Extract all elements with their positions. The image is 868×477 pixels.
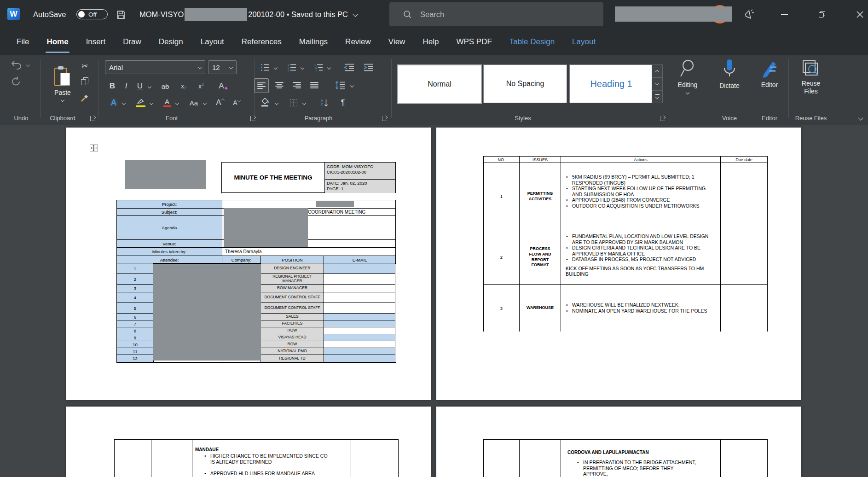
tab-design[interactable]: Design xyxy=(151,29,191,55)
copy-button[interactable] xyxy=(78,76,91,87)
tab-table-layout[interactable]: Layout xyxy=(565,29,603,55)
tab-draw[interactable]: Draw xyxy=(116,29,149,55)
restore-button[interactable] xyxy=(811,0,833,29)
justify-button[interactable] xyxy=(307,78,321,92)
styles-gallery-expand-button[interactable] xyxy=(652,90,663,103)
tab-wps-pdf[interactable]: WPS PDF xyxy=(449,29,499,55)
bullets-chevron-icon[interactable] xyxy=(274,66,278,70)
reuse-files-button[interactable]: Reuse Files xyxy=(793,59,829,93)
highlight-chevron-icon[interactable] xyxy=(150,101,153,105)
clear-formatting-button[interactable]: A ◆ xyxy=(215,79,231,93)
dictate-button[interactable]: Dictate xyxy=(713,59,746,89)
highlight-button[interactable] xyxy=(134,96,147,110)
multilevel-chevron-icon[interactable] xyxy=(327,66,331,70)
underline-button[interactable]: U xyxy=(134,79,145,93)
superscript-button[interactable]: x 2 xyxy=(194,79,208,93)
close-button[interactable] xyxy=(849,0,868,29)
numbering-chevron-icon[interactable] xyxy=(301,66,304,70)
document-canvas[interactable]: MINUTE OF THE MEETING CODE: MOM-VISYOFC-… xyxy=(0,125,868,477)
subscript-button[interactable]: x 2 xyxy=(177,79,191,93)
styles-scroll-up-button[interactable] xyxy=(652,64,663,77)
font-size-combobox[interactable]: 12 xyxy=(208,60,237,74)
increase-indent-button[interactable] xyxy=(362,60,376,74)
style-card-heading1[interactable]: Heading 1 xyxy=(569,64,653,103)
grow-font-button[interactable]: A xyxy=(214,96,226,110)
tab-help[interactable]: Help xyxy=(415,29,446,55)
shading-button[interactable] xyxy=(259,96,272,110)
collapse-ribbon-chevron-icon[interactable] xyxy=(858,115,863,120)
line-spacing-button[interactable] xyxy=(333,78,347,92)
font-name-combobox[interactable]: Arial xyxy=(105,60,205,74)
tab-references[interactable]: References xyxy=(234,29,289,55)
tab-mailings[interactable]: Mailings xyxy=(292,29,335,55)
editor-button[interactable]: Editor xyxy=(753,59,786,88)
style-card-normal[interactable]: Normal xyxy=(397,64,482,104)
issue-row-note: KICK OFF MEETING AS SOON AS YOFC TRANSFE… xyxy=(566,266,713,277)
shading-chevron-icon[interactable] xyxy=(275,101,278,105)
align-right-button[interactable] xyxy=(290,78,304,92)
search-input[interactable] xyxy=(419,10,596,19)
styles-dialog-launcher[interactable] xyxy=(660,116,665,121)
undo-button[interactable] xyxy=(8,58,24,72)
font-color-chevron-icon[interactable] xyxy=(175,101,179,105)
paste-button[interactable]: Paste xyxy=(49,58,76,110)
style-card-no-spacing[interactable]: No Spacing xyxy=(483,64,567,103)
borders-chevron-icon[interactable] xyxy=(302,101,306,105)
shrink-font-button[interactable]: A xyxy=(230,96,243,110)
bold-button[interactable]: B xyxy=(107,79,118,93)
action-bullet: DESIGN CRITERIA AND TECHNICAL DESIGN ARE… xyxy=(572,245,710,256)
tab-view[interactable]: View xyxy=(381,29,413,55)
numbering-icon: 123 xyxy=(287,64,296,71)
redo-button[interactable] xyxy=(8,75,24,88)
tab-table-design[interactable]: Table Design xyxy=(502,29,562,55)
bullets-button[interactable] xyxy=(259,60,272,74)
multilevel-list-button[interactable]: 1ai xyxy=(312,60,325,74)
tab-home[interactable]: Home xyxy=(39,29,75,55)
tab-layout[interactable]: Layout xyxy=(193,29,231,55)
word-app-icon[interactable]: W xyxy=(7,8,20,20)
attendee-position: REGIONAL PROJECT MANAGER xyxy=(261,274,324,285)
tab-file[interactable]: File xyxy=(9,29,36,55)
clipboard-dialog-launcher[interactable] xyxy=(90,116,95,121)
autosave-toggle[interactable]: Off xyxy=(76,9,108,19)
borders-button[interactable] xyxy=(287,96,300,110)
minimize-button[interactable] xyxy=(774,0,795,29)
feedback-megaphone-button[interactable] xyxy=(742,7,757,21)
attendee-no: 1 xyxy=(117,263,154,274)
change-case-chevron-icon[interactable] xyxy=(203,101,207,105)
format-painter-button[interactable] xyxy=(78,92,91,104)
editing-button[interactable]: Editing xyxy=(671,59,704,94)
save-button[interactable] xyxy=(115,9,127,21)
line-spacing-chevron-icon[interactable] xyxy=(350,84,354,87)
tab-review[interactable]: Review xyxy=(338,29,378,55)
paragraph-dialog-launcher[interactable] xyxy=(382,116,387,121)
change-case-button[interactable]: Aa xyxy=(187,96,201,110)
numbering-button[interactable]: 123 xyxy=(285,60,298,74)
text-effects-chevron-icon[interactable] xyxy=(122,101,126,105)
page3-bullet: HIGHER CHANCE TO BE IMPLEMENTED SINCE CO… xyxy=(210,453,331,465)
show-formatting-button[interactable]: ¶ xyxy=(337,96,349,110)
styles-scroll-down-button[interactable] xyxy=(652,77,663,90)
font-color-button[interactable]: A xyxy=(161,96,173,110)
search-box[interactable] xyxy=(389,2,603,26)
editing-chevron-icon xyxy=(686,91,689,94)
editor-pen-icon xyxy=(761,59,778,78)
text-effects-button[interactable]: A xyxy=(108,96,120,110)
document-title[interactable]: MOM-VISYO 200102-00 • Saved to this PC xyxy=(139,0,357,29)
page4-due-cell xyxy=(721,440,768,477)
undo-dropdown-chevron-icon[interactable] xyxy=(26,63,30,67)
tab-insert[interactable]: Insert xyxy=(79,29,113,55)
decrease-indent-button[interactable] xyxy=(342,60,356,74)
field-label-venue: Venue: xyxy=(117,240,222,248)
page4-heading: CORDOVA AND LAPULAPU/MACTAN xyxy=(567,450,649,455)
sort-button[interactable]: AZ xyxy=(318,96,331,110)
title-dropdown-chevron-icon[interactable] xyxy=(353,12,358,17)
italic-button[interactable]: I xyxy=(122,79,131,93)
strikethrough-button[interactable]: ab xyxy=(158,79,172,93)
align-left-button[interactable] xyxy=(254,78,269,93)
align-center-button[interactable] xyxy=(272,78,286,92)
table-move-handle[interactable] xyxy=(90,144,98,154)
cut-button[interactable]: ✂ xyxy=(78,60,91,72)
underline-chevron-icon[interactable] xyxy=(148,85,151,88)
save-icon xyxy=(116,10,126,20)
